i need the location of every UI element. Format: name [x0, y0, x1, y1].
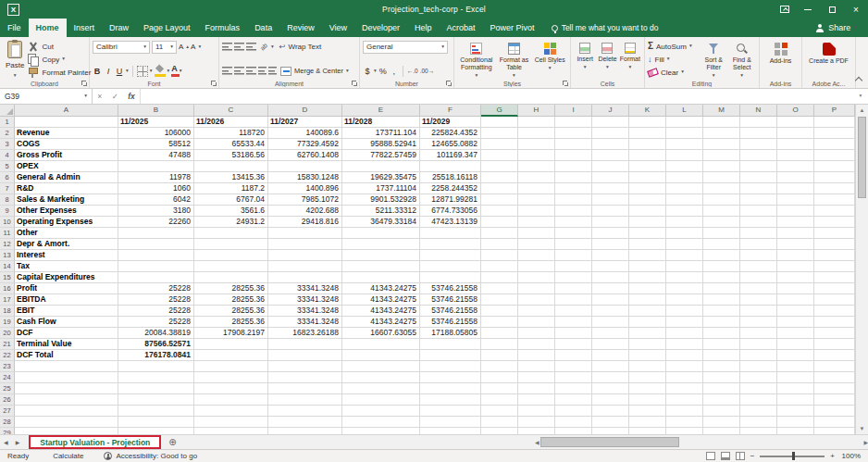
- cell-E26[interactable]: [342, 394, 420, 406]
- page-layout-view-button[interactable]: [721, 452, 730, 460]
- cell-L7[interactable]: [666, 183, 703, 194]
- cell-L5[interactable]: [666, 161, 703, 172]
- cell-L18[interactable]: [666, 306, 703, 317]
- cell-E28[interactable]: [342, 417, 420, 428]
- cell-B5[interactable]: [118, 161, 194, 172]
- cell-D27[interactable]: [268, 406, 342, 417]
- close-button[interactable]: ×: [844, 0, 868, 19]
- cell-F7[interactable]: 2258.244352: [420, 183, 481, 194]
- cell-D15[interactable]: [268, 272, 342, 283]
- cell-A9[interactable]: Other Expenses: [15, 206, 118, 217]
- row-header-20[interactable]: 20: [0, 328, 15, 339]
- cell-G27[interactable]: [481, 406, 518, 417]
- cell-C29[interactable]: [194, 428, 268, 434]
- cell-A18[interactable]: EBIT: [15, 306, 118, 317]
- cell-L28[interactable]: [666, 417, 703, 428]
- cell-F29[interactable]: [420, 428, 481, 434]
- cell-L17[interactable]: [666, 294, 703, 306]
- cell-G9[interactable]: [481, 206, 518, 217]
- cell-D23[interactable]: [268, 361, 342, 372]
- cell-G4[interactable]: [481, 150, 518, 161]
- sheet-tab-active[interactable]: Startup Valuation - Projection: [31, 438, 159, 447]
- cell-F23[interactable]: [420, 361, 481, 372]
- column-header-L[interactable]: L: [666, 105, 703, 117]
- collapse-ribbon-icon[interactable]: [855, 77, 862, 84]
- maximize-button[interactable]: [820, 0, 844, 19]
- cell-L21[interactable]: [666, 339, 703, 350]
- cell-I8[interactable]: [555, 194, 592, 206]
- cell-C26[interactable]: [194, 394, 268, 406]
- cell-D21[interactable]: [268, 339, 342, 350]
- cell-G2[interactable]: [481, 128, 518, 139]
- cell-L14[interactable]: [666, 261, 703, 272]
- row-header-28[interactable]: 28: [0, 417, 15, 428]
- cell-M10[interactable]: [703, 217, 740, 228]
- cell-K8[interactable]: [629, 194, 666, 206]
- ribbon-tab-acrobat[interactable]: Acrobat: [440, 19, 483, 37]
- cell-I3[interactable]: [555, 139, 592, 150]
- column-header-B[interactable]: B: [118, 105, 194, 117]
- cell-B9[interactable]: 3180: [118, 206, 194, 217]
- orientation-button[interactable]: ab: [257, 41, 269, 53]
- cell-E21[interactable]: [342, 339, 420, 350]
- cell-M26[interactable]: [703, 394, 740, 406]
- cell-J27[interactable]: [592, 406, 629, 417]
- cell-E3[interactable]: 95888.52941: [342, 139, 420, 150]
- cell-D25[interactable]: [268, 383, 342, 394]
- cell-K4[interactable]: [629, 150, 666, 161]
- format-painter-button[interactable]: Format Painter: [27, 66, 91, 79]
- scroll-up-icon[interactable]: ▲: [860, 105, 865, 116]
- cell-C28[interactable]: [194, 417, 268, 428]
- row-header-11[interactable]: 11: [0, 228, 15, 239]
- row-header-22[interactable]: 22: [0, 350, 15, 361]
- cell-F2[interactable]: 225824.4352: [420, 128, 481, 139]
- row-header-7[interactable]: 7: [0, 183, 15, 194]
- row-header-21[interactable]: 21: [0, 339, 15, 350]
- cell-F28[interactable]: [420, 417, 481, 428]
- cell-D19[interactable]: 33341.3248: [268, 317, 342, 328]
- cell-C21[interactable]: [194, 339, 268, 350]
- cell-A17[interactable]: EBITDA: [15, 294, 118, 306]
- row-header-12[interactable]: 12: [0, 239, 15, 250]
- cell-N11[interactable]: [740, 228, 777, 239]
- cell-D24[interactable]: [268, 372, 342, 383]
- column-header-A[interactable]: A: [15, 105, 118, 117]
- cell-B23[interactable]: [118, 361, 194, 372]
- cell-C12[interactable]: [194, 239, 268, 250]
- clear-button[interactable]: Clear ▾: [648, 66, 700, 79]
- row-header-4[interactable]: 4: [0, 150, 15, 161]
- cell-O24[interactable]: [777, 372, 814, 383]
- cell-J24[interactable]: [592, 372, 629, 383]
- cancel-formula-button[interactable]: ×: [97, 92, 102, 101]
- fill-button[interactable]: ↓ Fill ▾: [648, 53, 700, 66]
- cell-A3[interactable]: COGS: [15, 139, 118, 150]
- cell-H7[interactable]: [518, 183, 555, 194]
- cell-K27[interactable]: [629, 406, 666, 417]
- cell-G19[interactable]: [481, 317, 518, 328]
- cell-I10[interactable]: [555, 217, 592, 228]
- cell-G12[interactable]: [481, 239, 518, 250]
- cell-A11[interactable]: Other: [15, 228, 118, 239]
- cell-L11[interactable]: [666, 228, 703, 239]
- cell-N28[interactable]: [740, 417, 777, 428]
- cell-G23[interactable]: [481, 361, 518, 372]
- cell-N17[interactable]: [740, 294, 777, 306]
- cell-I16[interactable]: [555, 283, 592, 294]
- cell-E1[interactable]: 11/2028: [342, 117, 420, 128]
- cell-I21[interactable]: [555, 339, 592, 350]
- ribbon-display-options-button[interactable]: [774, 0, 796, 19]
- cell-M1[interactable]: [703, 117, 740, 128]
- cell-O6[interactable]: [777, 172, 814, 183]
- cell-L25[interactable]: [666, 383, 703, 394]
- font-size-select[interactable]: 11 ▾: [152, 41, 177, 54]
- cell-I19[interactable]: [555, 317, 592, 328]
- cell-I25[interactable]: [555, 383, 592, 394]
- cell-H21[interactable]: [518, 339, 555, 350]
- percent-format-button[interactable]: %: [378, 67, 388, 76]
- cell-D11[interactable]: [268, 228, 342, 239]
- cell-D5[interactable]: [268, 161, 342, 172]
- increase-decimal-button[interactable]: ←.0: [407, 68, 418, 74]
- cell-M3[interactable]: [703, 139, 740, 150]
- row-header-17[interactable]: 17: [0, 294, 15, 306]
- cell-H6[interactable]: [518, 172, 555, 183]
